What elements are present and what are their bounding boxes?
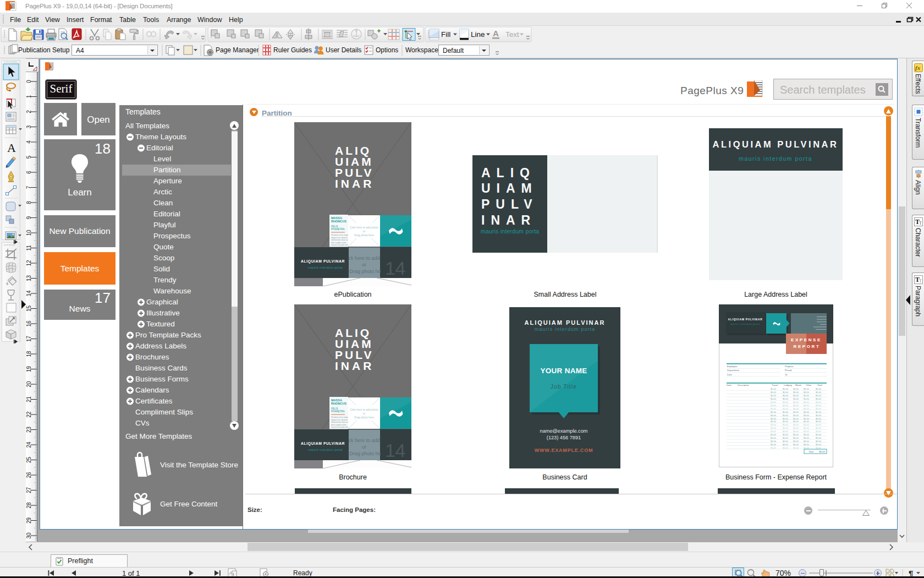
- svg-text:To: To: [785, 373, 788, 376]
- svg-text:$0.00: $0.00: [771, 394, 777, 397]
- svg-text:$0.00: $0.00: [804, 420, 810, 423]
- svg-text:$0.00: $0.00: [783, 427, 789, 429]
- svg-text:$0.00: $0.00: [804, 427, 810, 429]
- svg-text:$0.00: $0.00: [771, 401, 777, 403]
- svg-text:ALIQUIAM PULVINAR: ALIQUIAM PULVINAR: [301, 259, 345, 264]
- svg-text:$0.00: $0.00: [820, 450, 826, 453]
- svg-text:$0.00: $0.00: [816, 437, 822, 439]
- svg-text:$0.00: $0.00: [793, 401, 799, 403]
- svg-text:EXPENSE: EXPENSE: [791, 337, 822, 342]
- svg-text:$0.00: $0.00: [771, 423, 777, 426]
- svg-text:mauris interdum porta: mauris interdum porta: [481, 228, 539, 235]
- svg-text:mauris interdum porta: mauris interdum porta: [308, 266, 343, 269]
- svg-text:1: 1: [26, 95, 32, 98]
- svg-text:$0.00: $0.00: [793, 397, 799, 400]
- svg-text:Drag photo he: Drag photo he: [349, 269, 381, 274]
- svg-text:$0.00: $0.00: [771, 420, 777, 423]
- svg-text:29: 29: [26, 517, 32, 524]
- svg-text:UIAM: UIAM: [481, 181, 538, 195]
- svg-text:$0.00: $0.00: [793, 417, 799, 420]
- svg-text:ALIQUIAM PULVINAR: ALIQUIAM PULVINAR: [728, 318, 763, 321]
- svg-text:$0.00: $0.00: [783, 404, 789, 407]
- svg-text:Drag photo here: Drag photo here: [354, 233, 374, 237]
- svg-text:$0.00: $0.00: [783, 446, 789, 449]
- svg-text:$0.00: $0.00: [771, 417, 777, 420]
- svg-text:or: or: [362, 444, 366, 450]
- svg-text:Options: Options: [376, 46, 398, 54]
- svg-text:$0.00: $0.00: [793, 437, 799, 439]
- svg-text:Line: Line: [471, 30, 485, 39]
- svg-text:8: 8: [26, 201, 32, 204]
- svg-text:24: 24: [26, 441, 32, 448]
- svg-text:14: 14: [385, 440, 405, 461]
- svg-text:$0.00: $0.00: [816, 407, 822, 410]
- svg-text:$0.00: $0.00: [771, 440, 777, 443]
- svg-text:mauris interdum porta: mauris interdum porta: [730, 323, 760, 325]
- svg-text:$0.00: $0.00: [816, 417, 822, 420]
- svg-text:$0.00: $0.00: [771, 443, 777, 446]
- svg-text:13: 13: [26, 275, 32, 282]
- svg-text:$0.00: $0.00: [816, 433, 822, 436]
- svg-text:Date: Date: [727, 384, 732, 386]
- svg-text:$0.00: $0.00: [816, 430, 822, 433]
- svg-text:Purpose: Purpose: [785, 365, 794, 368]
- svg-text:25: 25: [26, 457, 32, 464]
- svg-text:$0.00: $0.00: [816, 388, 822, 390]
- svg-text:Department: Department: [727, 369, 740, 372]
- svg-text:$0.00: $0.00: [783, 391, 789, 394]
- svg-text:$0.00: $0.00: [793, 407, 799, 410]
- svg-text:$0.00: $0.00: [783, 417, 789, 420]
- svg-text:INAR: INAR: [481, 213, 536, 227]
- svg-text:T: T: [919, 221, 922, 226]
- svg-text:28: 28: [26, 502, 32, 509]
- svg-text:$0.00: $0.00: [816, 440, 822, 443]
- svg-text:30: 30: [26, 532, 32, 539]
- svg-text:Ruler Guides: Ruler Guides: [273, 46, 312, 54]
- svg-text:$0.00: $0.00: [816, 446, 822, 449]
- svg-text:or: or: [363, 412, 366, 415]
- svg-text:$0.00: $0.00: [771, 391, 777, 394]
- svg-text:$0.00: $0.00: [783, 443, 789, 446]
- svg-text:$0.00: $0.00: [816, 414, 822, 417]
- svg-text:A: A: [7, 141, 16, 155]
- svg-text:Page Manager: Page Manager: [216, 46, 259, 54]
- svg-text:INAR: INAR: [335, 359, 374, 372]
- svg-text:$0.00: $0.00: [816, 401, 822, 403]
- svg-text:Drag photo here: Drag photo here: [354, 416, 374, 419]
- svg-text:$0.00: $0.00: [783, 433, 789, 436]
- svg-text:PULV: PULV: [481, 197, 538, 211]
- svg-text:$0.00: $0.00: [804, 397, 810, 400]
- svg-text:$0.00: $0.00: [816, 397, 822, 400]
- svg-text:27: 27: [26, 487, 32, 494]
- svg-text:Description: Description: [738, 384, 750, 386]
- svg-text:$0.00: $0.00: [783, 420, 789, 423]
- svg-text:$0.00: $0.00: [793, 430, 799, 433]
- svg-text:$0.00: $0.00: [783, 407, 789, 410]
- svg-text:$0.00: $0.00: [783, 430, 789, 433]
- svg-text:ck here to add: ck here to add: [348, 438, 380, 443]
- svg-text:$0.00: $0.00: [816, 404, 822, 407]
- svg-text:$0.00: $0.00: [804, 430, 810, 433]
- svg-text:$0.00: $0.00: [804, 440, 810, 443]
- svg-text:$0.00: $0.00: [816, 411, 822, 413]
- svg-text:12: 12: [26, 260, 32, 266]
- svg-text:Date: Date: [727, 373, 733, 376]
- svg-text:$0.00: $0.00: [804, 391, 810, 394]
- svg-text:$0.00: $0.00: [771, 437, 777, 439]
- svg-text:$0.00: $0.00: [771, 397, 777, 400]
- svg-text:$0.00: $0.00: [783, 388, 789, 390]
- svg-text:fx: fx: [915, 64, 921, 71]
- svg-text:A: A: [493, 29, 499, 38]
- svg-text:mauris suscipit enim: mauris suscipit enim: [331, 426, 349, 428]
- svg-text:$0.00: $0.00: [771, 427, 777, 429]
- svg-text:Drag photo he: Drag photo he: [349, 451, 381, 456]
- svg-text:20: 20: [26, 381, 32, 388]
- svg-text:ALIQUIAM PULVINAR: ALIQUIAM PULVINAR: [525, 319, 606, 326]
- svg-text:$0.00: $0.00: [771, 446, 777, 449]
- svg-text:$0.00: $0.00: [793, 440, 799, 443]
- svg-text:$0.00: $0.00: [783, 411, 789, 413]
- svg-text:Job Title: Job Title: [551, 384, 577, 390]
- svg-text:$0.00: $0.00: [793, 391, 799, 394]
- svg-text:RHONCUS: RHONCUS: [331, 220, 346, 223]
- svg-text:$0.00: $0.00: [771, 404, 777, 407]
